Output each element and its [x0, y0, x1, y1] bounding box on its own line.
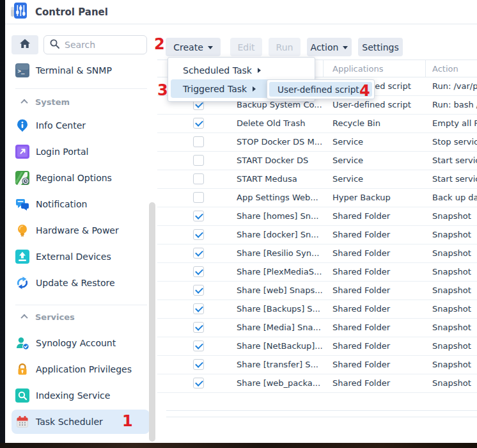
table-row[interactable]: Share [Backups] S... Shared Folder Snaps…: [157, 300, 477, 319]
sidebar-item-label: Indexing Service: [36, 390, 110, 401]
application-cell: Shared Folder: [332, 323, 424, 332]
task-name-cell: Share [homes] Sn...: [237, 211, 331, 221]
task-name-cell: Share [web] Snaps...: [237, 285, 331, 295]
table-row[interactable]: Share [transfer] S... Shared Folder Snap…: [157, 356, 477, 374]
home-button[interactable]: [12, 35, 38, 54]
sidebar-item-update-restore[interactable]: Update & Restore: [12, 272, 150, 294]
table-row[interactable]: START Docker DS Service Start servic: [157, 152, 477, 170]
row-checkbox[interactable]: [193, 192, 204, 203]
notification-bubbles-icon: [15, 197, 29, 211]
update-restore-icon: [15, 276, 29, 290]
application-cell: Service: [332, 137, 424, 147]
application-cell: Service: [332, 156, 424, 165]
sidebar-item-synology-account[interactable]: Synology Account: [12, 332, 150, 354]
sidebar-item-label: Synology Account: [36, 338, 116, 348]
row-checkbox[interactable]: [193, 378, 204, 388]
menu-item-scheduled-task[interactable]: Scheduled Task: [171, 61, 312, 79]
sidebar-item-application-privileges[interactable]: Application Privileges: [12, 358, 150, 380]
table-row[interactable]: Share [Resilio Syn... Shared Folder Snap…: [157, 244, 477, 263]
table-row[interactable]: STOP Docker DS M... Service Stop servic: [157, 133, 477, 152]
section-header-services[interactable]: Services: [22, 311, 75, 323]
row-checkbox[interactable]: [193, 173, 204, 184]
action-cell: Snapshot: [432, 341, 477, 351]
sidebar-item-hardware-power[interactable]: Hardware & Power: [12, 220, 150, 241]
main-content: Create Edit Run Action Settings Applicat…: [157, 24, 477, 443]
application-cell: Shared Folder: [332, 248, 424, 258]
divider: [166, 410, 477, 411]
section-header-system[interactable]: System: [22, 96, 70, 108]
terminal-icon: >_: [15, 63, 29, 77]
menu-item-user-defined-script[interactable]: User-defined script: [269, 82, 372, 97]
action-cell: Snapshot: [432, 267, 477, 276]
table-row[interactable]: Share [web] Snaps... Shared Folder Snaps…: [157, 282, 477, 300]
action-cell: Snapshot: [432, 230, 477, 239]
sidebar-item-label: Hardware & Power: [36, 225, 119, 236]
application-cell: Shared Folder: [332, 378, 424, 388]
sidebar-item-external-devices[interactable]: External Devices: [12, 246, 150, 268]
sidebar-item-label: External Devices: [36, 252, 111, 262]
table-row[interactable]: App Settings Web... Hyper Backup Back up…: [157, 189, 477, 207]
divider: [15, 88, 147, 89]
regional-options-icon: [15, 171, 29, 185]
table-row[interactable]: START Medusa Service Start servic: [157, 170, 477, 189]
table-row[interactable]: Share [homes] Sn... Shared Folder Snapsh…: [157, 207, 477, 226]
calendar-icon: [15, 415, 29, 429]
row-checkbox[interactable]: [193, 266, 204, 277]
row-checkbox[interactable]: [193, 340, 204, 351]
sidebar-item-regional-options[interactable]: Regional Options: [12, 167, 150, 189]
sidebar-item-terminal-snmp[interactable]: >_ Terminal & SNMP: [12, 60, 150, 81]
row-checkbox[interactable]: [193, 118, 204, 129]
action-cell: Snapshot: [432, 304, 477, 314]
table-row[interactable]: Share [PlexMediaS... Shared Folder Snaps…: [157, 263, 477, 282]
row-checkbox[interactable]: [193, 322, 204, 333]
row-checkbox[interactable]: [193, 285, 204, 296]
row-checkbox[interactable]: [193, 359, 204, 370]
application-cell: Shared Folder: [332, 211, 424, 221]
table-row[interactable]: Share [docker] Sn... Shared Folder Snaps…: [157, 226, 477, 244]
row-checkbox[interactable]: [193, 248, 204, 259]
settings-button[interactable]: Settings: [358, 38, 403, 56]
sidebar-item-label: Regional Options: [36, 173, 112, 183]
edit-button: Edit: [230, 38, 262, 56]
action-button[interactable]: Action: [307, 38, 352, 56]
row-checkbox[interactable]: [193, 136, 204, 147]
column-header-action[interactable]: Action: [432, 64, 458, 74]
page-title: Control Panel: [35, 6, 108, 18]
sidebar-item-indexing-service[interactable]: Indexing Service: [12, 385, 150, 406]
application-cell: Recycle Bin: [332, 118, 424, 128]
table-row[interactable]: Share [Media] Sna... Shared Folder Snaps…: [157, 319, 477, 337]
sidebar: >_ Terminal & SNMP System Info Center: [5, 24, 157, 443]
row-checkbox[interactable]: [193, 211, 204, 221]
login-portal-icon: [15, 145, 29, 159]
create-button[interactable]: Create: [166, 38, 221, 56]
task-name-cell: Share [Backups] S...: [237, 304, 331, 314]
table-row[interactable]: Share [web_packa... Shared Folder Snapsh…: [157, 374, 477, 393]
account-check-icon: [15, 336, 29, 350]
window-header: Control Panel: [5, 0, 477, 24]
sidebar-scrollbar-thumb[interactable]: [149, 202, 155, 442]
search-box[interactable]: [43, 35, 147, 54]
task-name-cell: Share [Media] Sna...: [237, 323, 331, 332]
desktop-background: Control Panel >_: [0, 0, 477, 448]
sidebar-item-label: Update & Restore: [36, 278, 115, 288]
row-checkbox[interactable]: [193, 155, 204, 166]
sidebar-item-info-center[interactable]: Info Center: [12, 115, 150, 136]
sidebar-item-notification[interactable]: Notification: [12, 193, 150, 215]
lightbulb-icon: [15, 223, 29, 237]
sidebar-item-login-portal[interactable]: Login Portal: [12, 141, 150, 163]
task-name-cell: Share [transfer] S...: [237, 360, 331, 369]
application-cell: Service: [332, 174, 424, 184]
action-button-label: Action: [311, 42, 339, 52]
annotation-step-2: 2: [154, 35, 165, 53]
table-row[interactable]: Share [NetBackup]... Shared Folder Snaps…: [157, 337, 477, 356]
column-header-applications[interactable]: Applications: [332, 64, 383, 74]
table-row[interactable]: Delete Old Trash Recycle Bin Empty all R: [157, 115, 477, 133]
column-separator: [425, 60, 426, 77]
action-cell: Snapshot: [432, 360, 477, 369]
application-cell: Shared Folder: [332, 341, 424, 351]
row-checkbox[interactable]: [193, 303, 204, 314]
row-checkbox[interactable]: [193, 229, 204, 240]
search-input[interactable]: [65, 40, 135, 50]
run-button: Run: [269, 38, 301, 56]
submenu-arrow-icon: [253, 86, 256, 92]
